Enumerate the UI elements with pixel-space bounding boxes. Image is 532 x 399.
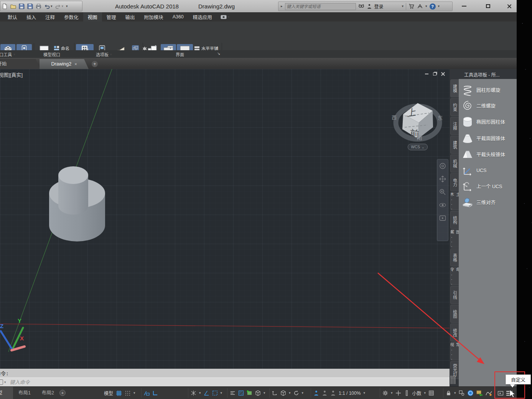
clean-screen-icon[interactable] xyxy=(497,390,504,396)
command-input[interactable] xyxy=(6,378,450,386)
osnap3d-caret-icon[interactable]: ▾ xyxy=(264,391,265,395)
viewport-controls-label[interactable]: [-][自定义视图][真实] xyxy=(0,71,23,78)
isodraft-icon[interactable] xyxy=(191,390,196,396)
lock-ui-icon[interactable] xyxy=(446,390,451,396)
object-snap-icon[interactable] xyxy=(212,390,218,396)
hardware-acceleration-icon[interactable] xyxy=(467,390,474,396)
autoscale-icon[interactable] xyxy=(322,390,328,396)
object-snap-3d-icon[interactable] xyxy=(255,390,261,396)
ribbon-tab-a360[interactable]: A360 xyxy=(168,12,188,21)
interface-dialog-launcher-icon[interactable]: ↘ xyxy=(217,51,220,56)
grid-display-icon[interactable] xyxy=(116,390,122,396)
tool-elliptical-cylinder[interactable]: 椭圆形圆柱体 xyxy=(459,114,517,130)
viewcube-west-label[interactable]: 西 xyxy=(392,113,397,121)
new-file-icon[interactable] xyxy=(2,3,8,9)
palette-tab-electrical[interactable]: 电力 xyxy=(450,173,459,191)
otrack-icon[interactable] xyxy=(230,390,236,396)
tool-palette-title[interactable]: 工具选项板 - 所... xyxy=(459,70,517,79)
help-icon[interactable]: ? xyxy=(430,3,436,10)
performance-graph-icon[interactable] xyxy=(486,390,492,396)
annotation-visibility-icon[interactable] xyxy=(313,390,319,396)
file-tab-close-icon[interactable]: × xyxy=(74,62,77,66)
search-input[interactable] xyxy=(285,3,356,10)
ribbon-tab-addins[interactable]: 附加模块 xyxy=(140,12,168,21)
undo-button[interactable]: ▾ xyxy=(44,3,53,9)
palette-tab-mechanical[interactable]: 机械 xyxy=(450,154,459,172)
rotate-caret-icon[interactable]: ▾ xyxy=(302,391,304,395)
palette-tab-constraints[interactable]: 约束 xyxy=(450,98,459,116)
osnap-caret-icon[interactable]: ▾ xyxy=(221,391,222,395)
nav-orbit-icon[interactable] xyxy=(439,202,446,209)
ribbon-tab-manage[interactable]: 管理 xyxy=(102,12,121,21)
drawing-minimize-icon[interactable] xyxy=(425,74,428,74)
lock-caret-icon[interactable]: ▾ xyxy=(454,391,456,395)
snap-mode-icon[interactable] xyxy=(125,390,131,396)
autodesk-logo-icon[interactable] xyxy=(417,3,423,9)
ribbon-tab-annotate[interactable]: 注释 xyxy=(41,12,59,21)
search-icon[interactable] xyxy=(358,4,364,9)
tool-frustum-cone[interactable]: 平截面圆锥体 xyxy=(459,130,517,146)
units-caret-icon[interactable]: ▾ xyxy=(424,391,426,395)
palette-tab-structural[interactable]: 结构 xyxy=(450,211,459,229)
ribbon-tab-insert[interactable]: 插入 xyxy=(22,12,41,21)
drawing-close-icon[interactable] xyxy=(441,72,445,76)
file-tab-start[interactable]: 开始 xyxy=(0,59,40,69)
workspace-caret-icon[interactable]: ▾ xyxy=(391,391,393,395)
wcs-menu-button[interactable]: WCS⌄ xyxy=(408,144,428,150)
tool-frustum-pyramid[interactable]: 平截头棱锥体 xyxy=(459,146,517,162)
signin-caret-icon[interactable]: ▾ xyxy=(402,5,404,8)
cart-icon[interactable] xyxy=(408,3,415,9)
ortho-mode-icon[interactable] xyxy=(152,390,158,396)
new-layout-button[interactable]: + xyxy=(59,390,66,396)
performance-recorder-button[interactable]: ▾ xyxy=(217,12,234,21)
units-value[interactable]: 小数 xyxy=(412,390,422,396)
undo-caret-icon[interactable]: ▾ xyxy=(51,5,53,8)
tool-2d-spiral[interactable]: 二维螺旋 xyxy=(459,98,517,113)
palette-tab-modify[interactable]: 修改 xyxy=(450,323,459,342)
tool-3d-align[interactable]: 三维对齐 xyxy=(459,194,517,210)
palette-tab-tables[interactable]: 表格 xyxy=(450,248,459,266)
view-cube-status-icon[interactable] xyxy=(280,390,286,396)
cube-caret-icon[interactable]: ▾ xyxy=(289,391,291,395)
trusted-content-icon[interactable] xyxy=(476,390,483,396)
ribbon-tab-view[interactable]: 视图 xyxy=(83,12,102,21)
drawing-restore-icon[interactable] xyxy=(433,72,436,76)
ribbon-tab-default[interactable]: 默认 xyxy=(3,12,22,21)
dynamic-input-icon[interactable] xyxy=(144,390,150,396)
panel-label-viewport-tools[interactable]: 视口工具▾ xyxy=(0,51,15,57)
palette-tab-leaders[interactable]: 引线 xyxy=(450,286,459,304)
plot-icon[interactable] xyxy=(36,3,41,9)
scale-caret-icon[interactable]: ▾ xyxy=(363,391,365,395)
quick-properties-icon[interactable] xyxy=(428,390,434,396)
tool-ucs-previous[interactable]: 上一个 UCS xyxy=(459,178,517,194)
isodraft-caret-icon[interactable]: ▾ xyxy=(199,391,201,395)
open-file-icon[interactable] xyxy=(10,3,16,9)
window-maximize-button[interactable] xyxy=(481,2,494,10)
palette-tab-generic-lights[interactable]: 常规... xyxy=(450,342,459,360)
panel-label-palettes[interactable]: 选项板▾ xyxy=(96,51,112,57)
nav-zoom-icon[interactable] xyxy=(439,189,446,195)
new-drawing-tab-button[interactable]: + xyxy=(92,61,98,67)
layout-tab-layout1[interactable]: 布局1 xyxy=(13,387,36,399)
polar-tracking-icon[interactable] xyxy=(204,390,209,396)
drawing-viewport[interactable]: Y Z X [-][自定义视图][真实] 上 xyxy=(0,69,450,369)
apps-caret-icon[interactable]: ▾ xyxy=(425,5,427,8)
annotation-scale-value[interactable]: 1:1 / 100% xyxy=(339,391,361,396)
tool-cylindrical-helix[interactable]: 圆柱形螺旋 xyxy=(459,82,517,98)
palette-tab-hatches[interactable]: 图案... xyxy=(450,230,459,248)
ucs-status-icon[interactable] xyxy=(272,390,278,396)
lineweight-icon[interactable] xyxy=(247,390,252,396)
tool-ucs[interactable]: UCS xyxy=(459,163,517,178)
ribbon-tab-parametric[interactable]: 参数化 xyxy=(59,12,83,21)
viewcube-south-label[interactable]: 南 xyxy=(417,133,422,141)
help-caret-icon[interactable]: ▾ xyxy=(438,5,440,8)
annotation-monitor-icon[interactable] xyxy=(395,390,401,396)
ribbon-tab-output[interactable]: 输出 xyxy=(121,12,140,21)
model-space-button[interactable]: 模型 xyxy=(104,390,113,396)
viewcube-east-label[interactable]: 东 xyxy=(438,114,443,121)
isolate-objects-icon[interactable] xyxy=(459,390,464,396)
solid-model-cylinders[interactable] xyxy=(40,163,117,245)
nav-pan-icon[interactable] xyxy=(439,176,446,182)
layout-tab-model[interactable]: 模型 xyxy=(0,387,13,399)
palette-tab-commands[interactable]: 命令... xyxy=(450,267,459,285)
